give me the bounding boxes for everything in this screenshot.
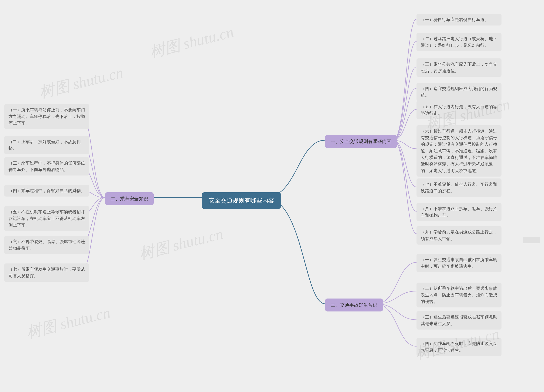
watermark: 树图 shutu.cn (137, 224, 225, 264)
leaf-2-1[interactable]: （一）所乘车辆靠站停止前，不要向车门方向涌动。车辆停稳后，先下后上，按顺序上下车… (4, 104, 89, 129)
leaf-2-4[interactable]: （四）乘车过程中，保管好自己的财物。 (4, 185, 89, 197)
watermark: 树图 shutu.cn (148, 22, 236, 63)
leaf-2-7[interactable]: （七）所乘车辆发生交通事故时，要听从司售人员指挥。 (4, 263, 89, 282)
control-slot (523, 237, 540, 243)
watermark: 树图 shutu.cn (24, 302, 112, 343)
leaf-1-3[interactable]: （三）乘坐公共汽车应先下后上，勿争先恐后，勿挤逼抢位。 (416, 59, 502, 77)
leaf-1-6[interactable]: （六）横过车行道，须走人行横道。通过有交通信号控制的人行横道，须遵守信号的规定；… (416, 125, 502, 176)
center-node[interactable]: 安全交通规则有哪些内容 (202, 192, 281, 209)
watermark: 树图 shutu.cn (37, 62, 125, 103)
leaf-1-5[interactable]: （五）在人行道内行走，没有人行道的靠路边行走。 (416, 101, 502, 119)
branch-2[interactable]: 二、乘车安全知识 (105, 192, 154, 205)
leaf-1-2[interactable]: （二）过马路应走人行道（或天桥、地下通道）；遇红灯止步，见绿灯前行。 (416, 33, 502, 51)
leaf-1-1[interactable]: （一）骑自行车应走右侧自行车道。 (416, 14, 502, 25)
leaf-1-8[interactable]: （八）不准在道路上扒车、追车、强行拦车和抛物击车。 (416, 203, 502, 221)
leaf-1-4[interactable]: （四）遵守交通规则应成为我们的行为规范。 (416, 83, 502, 101)
leaf-3-3[interactable]: （三）逃生后要迅速报警或拦截车辆救助其他未逃生人员。 (416, 311, 502, 329)
leaf-2-3[interactable]: （三）乘车过程中，不把身体的任何部位伸向车外。不向车外抛洒物品。 (4, 157, 89, 176)
leaf-2-2[interactable]: （二）上车后，扶好或坐好，不故意拥挤。 (4, 136, 89, 154)
branch-1[interactable]: 一、安全交通规则有哪些内容 (325, 135, 397, 148)
leaf-3-1[interactable]: （一）发生交通事故自己被困在所乘车辆中时，可击碎车窗玻璃逃生。 (416, 254, 502, 272)
branch-3[interactable]: 三、交通事故逃生常识 (325, 298, 383, 311)
leaf-1-7[interactable]: （七）不准穿越、倚坐人行道、车行道和铁路道口的护栏。 (416, 178, 502, 197)
leaf-1-9[interactable]: （九）学龄前儿童在街道或公路上行走，须有成年人带领。 (416, 226, 502, 245)
leaf-3-4[interactable]: （四）所乘车辆着火时，应先防止吸入烟气窒息，再设法逃生。 (416, 338, 502, 356)
leaf-2-6[interactable]: （六）不携带易燃、易爆、强腐蚀性等违禁物品乘车。 (4, 236, 89, 254)
leaf-2-5[interactable]: （五）不在机动车道上等候车辆或者招呼营运汽车；在机动车道上不得从机动车左侧上下车… (4, 206, 89, 231)
leaf-3-2[interactable]: （二）从所乘车辆中逃出后，要远离事故发生地点，防止因车辆着火、爆炸而造成的伤害。 (416, 283, 502, 307)
